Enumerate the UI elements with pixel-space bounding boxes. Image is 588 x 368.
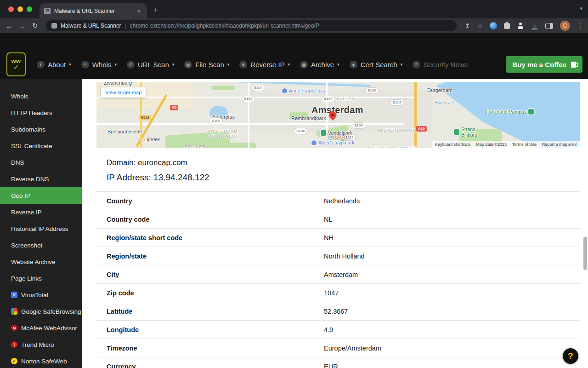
sidebar-item-page-links[interactable]: Page Links (0, 270, 82, 287)
browser-tab[interactable]: Malware & URL Scanner (40, 3, 147, 18)
row-value: NH (324, 234, 334, 242)
google-logo[interactable]: Google (328, 133, 350, 140)
row-value: Europe/Amsterdam (324, 345, 381, 352)
back-button[interactable] (3, 22, 16, 30)
sidebar-item-reverse-ip[interactable]: Reverse IP (0, 204, 82, 220)
new-tab-button[interactable] (153, 6, 158, 15)
sidebar: Whois HTTP Headers Subdomains SSL Certif… (0, 79, 82, 368)
close-tab-icon[interactable] (135, 7, 142, 15)
browser-menu-icon[interactable] (577, 22, 582, 29)
sidebar-item-historical-ip[interactable]: Historical IP Address (0, 220, 82, 237)
road-badge-a10: A10 (416, 126, 427, 132)
row-value: 1047 (324, 289, 339, 297)
sidebar-item-label: Page Links (11, 275, 42, 282)
site-logo[interactable]: ww ✓ (6, 52, 26, 76)
archive-icon (300, 61, 308, 69)
map-label-anne-frank-huis: Anne Frank Huis (282, 88, 325, 93)
sidebar-item-http-headers[interactable]: HTTP Headers (0, 104, 82, 121)
table-row: City Amsterdam (96, 265, 580, 284)
terms-of-use-link[interactable]: Terms of Use (512, 142, 537, 147)
chevron-down-icon (288, 62, 290, 67)
close-window-button[interactable] (8, 6, 14, 12)
sidebar-item-label: HTTP Headers (11, 109, 52, 116)
nav-item-security-news[interactable]: Security News (413, 61, 468, 69)
geoip-table: Country Netherlands Country code NL Regi… (96, 191, 580, 368)
sidebar-item-screenshot[interactable]: Screenshot (0, 237, 82, 253)
nav-item-reverse-ip[interactable]: Reverse IP (239, 61, 290, 69)
bookmark-star-icon[interactable] (477, 22, 483, 29)
page-scrollbar[interactable] (583, 237, 587, 270)
file-icon (184, 61, 192, 69)
sidebar-item-subdomains[interactable]: Subdomains (0, 121, 82, 138)
extension-globe-icon[interactable] (490, 22, 497, 29)
sidebar-item-virustotal[interactable]: VirusTotal (0, 287, 82, 303)
row-label: Country code (107, 216, 324, 223)
side-panel-icon[interactable] (545, 23, 553, 29)
logo-check-icon: ✓ (13, 64, 19, 71)
main-content: Zwanenburg Anne Frank Huis DE WALLEN Ams… (82, 79, 588, 368)
road-badge-s106: S106 (294, 128, 307, 134)
chevron-down-icon (69, 62, 71, 67)
sidebar-item-mcafee-webadvisor[interactable]: McAfee WebAdvisor (0, 320, 82, 336)
road-badge-a5: A5 (170, 105, 178, 110)
profile-person-icon[interactable] (517, 22, 524, 29)
nav-label: Whois (92, 61, 112, 69)
table-row: Country code NL (96, 210, 580, 229)
share-icon[interactable] (465, 22, 470, 29)
nav-item-url-scan[interactable]: URL Scan (127, 61, 174, 69)
info-icon (37, 61, 45, 69)
google-map-embed[interactable]: Zwanenburg Anne Frank Huis DE WALLEN Ams… (96, 82, 580, 148)
map-label-de-aker: DE AKER (185, 144, 206, 148)
nav-label: URL Scan (138, 61, 169, 69)
nav-item-file-scan[interactable]: File Scan (184, 61, 229, 69)
nav-item-cert-search[interactable]: Cert Search (350, 61, 403, 69)
sidebar-item-norton-safeweb[interactable]: Norton SafeWeb (0, 353, 82, 368)
keyboard-shortcuts-link[interactable]: Keyboard shortcuts (435, 142, 471, 147)
report-map-error-link[interactable]: Report a map error (542, 142, 577, 147)
map-label-strand-blijburg: Strand Blijburg (454, 126, 477, 138)
profile-avatar[interactable]: C (560, 21, 570, 31)
sidebar-item-ssl-certificate[interactable]: SSL Certificate (0, 138, 82, 154)
park-poi-icon (321, 130, 326, 136)
sidebar-item-label: Reverse DNS (11, 176, 49, 183)
help-button[interactable]: ? (563, 348, 578, 364)
sidebar-item-geo-ip[interactable]: Geo IP (0, 187, 82, 204)
minimize-window-button[interactable] (17, 6, 23, 12)
address-bar[interactable]: Malware & URL Scanner | chrome-extension… (46, 20, 457, 31)
sidebar-item-reverse-dns[interactable]: Reverse DNS (0, 171, 82, 187)
sidebar-item-trend-micro[interactable]: Trend Micro (0, 336, 82, 353)
sidebar-item-label: Website Archive (11, 259, 56, 265)
sidebar-item-dns[interactable]: DNS (0, 154, 82, 171)
nav-item-archive[interactable]: Archive (300, 61, 339, 69)
norton-check-icon (11, 358, 17, 364)
row-label: City (107, 271, 324, 278)
sidebar-item-google-safebrowsing[interactable]: Google SafeBrowsing (0, 303, 82, 320)
buy-me-a-coffee-button[interactable]: Buy me a Coffee (506, 56, 582, 73)
downloads-icon[interactable] (531, 22, 538, 29)
address-url: chrome-extension://hkclpoilghpkdclchkihl… (130, 23, 319, 29)
coffee-button-label: Buy me a Coffee (512, 61, 566, 69)
sidebar-item-whois[interactable]: Whois (0, 88, 82, 104)
view-larger-map-link[interactable]: View larger map (101, 87, 146, 98)
maximize-window-button[interactable] (27, 6, 32, 12)
sidebar-item-label: Subdomains (11, 126, 45, 133)
domain-heading: Domain: euroncap.com (107, 158, 580, 167)
chevron-down-icon (172, 62, 175, 67)
browser-toolbar: Malware & URL Scanner | chrome-extension… (0, 18, 588, 33)
reload-button[interactable] (28, 22, 41, 30)
map-road (248, 82, 249, 148)
extensions-puzzle-icon[interactable] (504, 23, 510, 29)
nav-item-whois[interactable]: Whois (81, 61, 117, 69)
chevron-down-icon (114, 62, 117, 67)
sidebar-item-label: Google SafeBrowsing (21, 308, 81, 315)
beach-poi-icon (454, 129, 459, 135)
sidebar-item-website-archive[interactable]: Website Archive (0, 253, 82, 270)
address-site-label: Malware & URL Scanner (61, 23, 121, 29)
forward-button[interactable] (16, 22, 28, 30)
nav-item-about[interactable]: About (37, 61, 71, 69)
tab-search-chevron-icon[interactable] (580, 6, 582, 12)
virustotal-icon (11, 292, 17, 298)
row-label: Currency (107, 363, 324, 368)
row-label: Timezone (107, 345, 324, 352)
map-label-lijnden: Lijnden (144, 137, 160, 143)
